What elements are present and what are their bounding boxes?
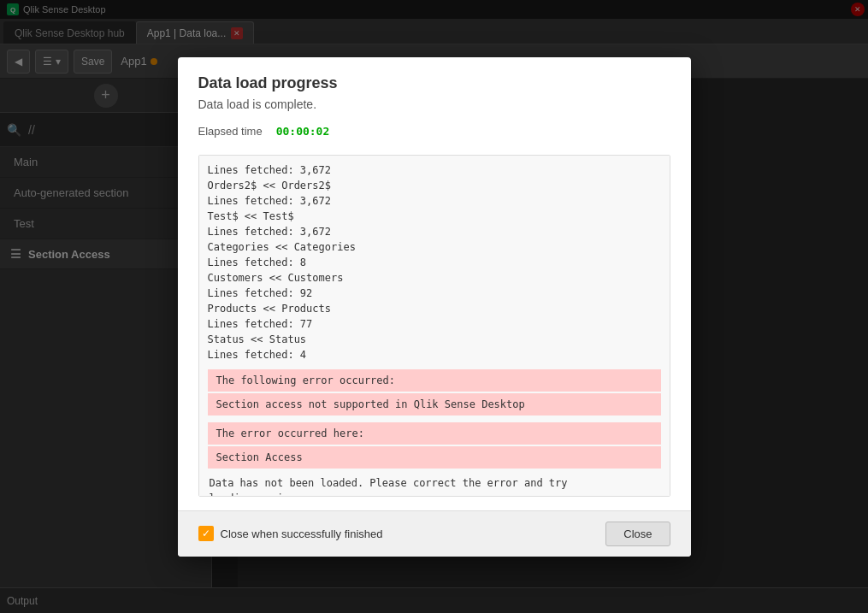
log-line-6: Categories << Categories <box>208 239 661 255</box>
final-message: Data has not been loaded. Please correct… <box>208 475 661 497</box>
error-line-1: The following error occurred: <box>208 369 661 392</box>
log-line-13: Lines fetched: 4 <box>208 347 661 362</box>
dialog: Data load progress Data load is complete… <box>178 57 691 557</box>
error-block-1: The following error occurred: Section ac… <box>208 369 661 416</box>
dialog-subtitle: Data load is complete. <box>198 97 670 111</box>
checkbox-label: Close when successfully finished <box>221 528 383 540</box>
close-dialog-button[interactable]: Close <box>605 522 670 546</box>
log-line-2: Orders2$ << Orders2$ <box>208 178 661 193</box>
error-line-4: Section Access <box>208 446 661 469</box>
log-line-11: Lines fetched: 77 <box>208 316 661 332</box>
log-area[interactable]: Lines fetched: 3,672 Orders2$ << Orders2… <box>198 155 670 497</box>
dialog-header: Data load progress Data load is complete… <box>178 57 691 155</box>
elapsed-row: Elapsed time 00:00:02 <box>198 125 670 138</box>
log-line-3: Lines fetched: 3,672 <box>208 193 661 209</box>
elapsed-label: Elapsed time <box>198 125 263 138</box>
error-line-3: The error occurred here: <box>208 422 661 445</box>
checkbox-row: ✓ Close when successfully finished <box>198 526 383 541</box>
dialog-title: Data load progress <box>198 74 670 92</box>
close-checkbox[interactable]: ✓ <box>198 526 214 541</box>
error-block-2: The error occurred here: Section Access <box>208 422 661 469</box>
log-content: Lines fetched: 3,672 Orders2$ << Orders2… <box>199 156 670 497</box>
elapsed-value: 00:00:02 <box>276 125 330 138</box>
log-line-1: Lines fetched: 3,672 <box>208 162 661 178</box>
log-line-10: Products << Products <box>208 301 661 316</box>
error-line-2: Section access not supported in Qlik Sen… <box>208 393 661 416</box>
log-line-4: Test$ << Test$ <box>208 209 661 224</box>
log-line-5: Lines fetched: 3,672 <box>208 224 661 239</box>
log-line-8: Customers << Customers <box>208 270 661 286</box>
log-line-12: Status << Status <box>208 332 661 347</box>
modal-overlay: Data load progress Data load is complete… <box>0 0 868 613</box>
log-line-9: Lines fetched: 92 <box>208 286 661 301</box>
dialog-footer: ✓ Close when successfully finished Close <box>178 510 691 557</box>
log-line-7: Lines fetched: 8 <box>208 255 661 270</box>
